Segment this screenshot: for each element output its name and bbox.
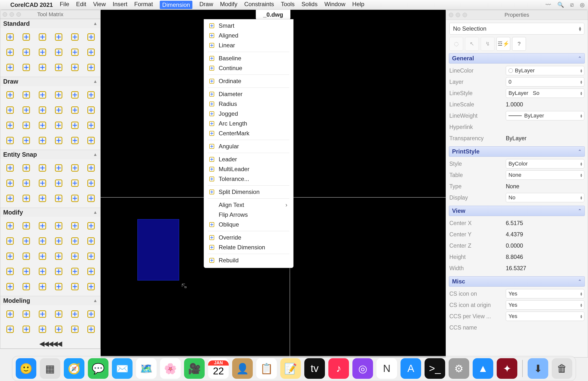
tool-button[interactable] xyxy=(52,30,65,44)
tool-button[interactable] xyxy=(36,219,49,233)
tool-button[interactable] xyxy=(19,60,33,74)
tool-button[interactable] xyxy=(3,45,17,59)
props-group-head[interactable]: PrintStyle⌃ xyxy=(449,146,585,157)
tool-button[interactable] xyxy=(84,234,98,248)
tool-button[interactable] xyxy=(68,30,82,44)
window-traffic-lights[interactable] xyxy=(3,12,21,17)
tool-button[interactable] xyxy=(68,219,82,233)
dock-app-safari[interactable]: 🧭 xyxy=(64,358,84,379)
property-select[interactable]: Yes▴▾ xyxy=(506,312,584,321)
tool-button[interactable] xyxy=(84,161,98,175)
menu-item-ordinate[interactable]: Ordinate xyxy=(204,76,293,86)
tool-button[interactable] xyxy=(3,191,17,205)
menu-item-linear[interactable]: Linear xyxy=(204,40,293,50)
tool-button[interactable] xyxy=(36,161,49,175)
tool-button[interactable] xyxy=(52,323,65,336)
selection-picker[interactable]: No Selection ▴▾ xyxy=(449,23,584,35)
tool-button[interactable] xyxy=(52,280,65,293)
tm-section-head[interactable]: Modeling▲ xyxy=(0,296,100,305)
menu-item-split-dimension[interactable]: Split Dimension xyxy=(204,187,293,197)
dock-app-notes[interactable]: 📝 xyxy=(280,358,301,379)
dock-app-calendar[interactable]: JAN22 xyxy=(208,358,229,379)
tool-button[interactable] xyxy=(52,249,65,263)
menu-item-flip-arrows[interactable]: Flip Arrows xyxy=(204,210,293,220)
property-select[interactable]: Yes▴▾ xyxy=(506,289,584,298)
tool-button[interactable] xyxy=(52,307,65,321)
tool-button[interactable] xyxy=(68,88,82,102)
tool-button[interactable] xyxy=(19,118,33,132)
tool-button[interactable] xyxy=(19,249,33,263)
property-value[interactable]: 4.4379 xyxy=(506,231,584,238)
tool-button[interactable] xyxy=(68,191,82,205)
dock-app-news[interactable]: N xyxy=(377,358,397,379)
dock-app-messages[interactable]: 💬 xyxy=(88,358,108,379)
dock-app-mail[interactable]: ✉️ xyxy=(112,358,132,379)
tool-button[interactable] xyxy=(36,103,49,117)
tool-button[interactable] xyxy=(3,234,17,248)
tool-button[interactable] xyxy=(84,30,98,44)
dock-app-terminal[interactable]: >_ xyxy=(424,358,445,379)
tool-button[interactable] xyxy=(36,234,49,248)
tool-button[interactable] xyxy=(68,133,82,147)
tool-button[interactable] xyxy=(52,103,65,117)
tool-button[interactable] xyxy=(3,161,17,175)
tool-button[interactable] xyxy=(84,280,98,293)
tool-button[interactable] xyxy=(84,118,98,132)
props-group-head[interactable]: View⌃ xyxy=(449,206,585,216)
tool-button[interactable] xyxy=(68,265,82,278)
tool-button[interactable] xyxy=(84,88,98,102)
tool-button[interactable] xyxy=(3,103,17,117)
dock-app-facetime[interactable]: 🎥 xyxy=(184,358,205,379)
tool-button[interactable] xyxy=(3,133,17,147)
tool-button[interactable] xyxy=(19,30,33,44)
dock-app-settings[interactable]: ⚙ xyxy=(449,358,469,379)
window-traffic-lights[interactable] xyxy=(449,13,467,17)
tool-button[interactable] xyxy=(68,280,82,293)
menu-item-centermark[interactable]: CenterMark xyxy=(204,129,293,138)
property-select[interactable]: ByLayer So▴▾ xyxy=(506,89,584,98)
spotlight-icon[interactable]: 🔍 xyxy=(557,2,564,8)
menu-modify[interactable]: Modify xyxy=(220,1,237,9)
dock-app-podcasts[interactable]: ◎ xyxy=(352,358,373,379)
dock-app-photos[interactable]: 🌸 xyxy=(160,358,181,379)
tool-button[interactable] xyxy=(84,45,98,59)
tool-button[interactable] xyxy=(84,265,98,278)
tool-button[interactable] xyxy=(3,118,17,132)
menu-item-baseline[interactable]: Baseline xyxy=(204,54,293,63)
tool-button[interactable] xyxy=(19,265,33,278)
tool-button[interactable] xyxy=(19,161,33,175)
tool-button[interactable] xyxy=(68,176,82,190)
dock-app-trash[interactable]: 🗑 xyxy=(552,358,572,379)
tool-button[interactable] xyxy=(52,133,65,147)
tool-button[interactable] xyxy=(84,191,98,205)
property-value[interactable]: 1.0000 xyxy=(506,101,584,108)
tool-button[interactable] xyxy=(36,45,49,59)
tool-button[interactable] xyxy=(84,219,98,233)
tm-section-head[interactable]: Entity Snap▲ xyxy=(0,150,100,159)
tool-button[interactable] xyxy=(68,307,82,321)
tool-button[interactable] xyxy=(3,60,17,74)
tool-button[interactable] xyxy=(19,280,33,293)
props-tool-list[interactable]: ☲⚡ xyxy=(496,37,510,51)
tool-button[interactable] xyxy=(3,307,17,321)
menu-item-arc-length[interactable]: Arc Length xyxy=(204,119,293,129)
property-value[interactable]: 16.5327 xyxy=(506,265,584,272)
menu-solids[interactable]: Solids xyxy=(302,1,317,9)
tool-button[interactable] xyxy=(3,88,17,102)
property-select[interactable]: ByLayer▴▾ xyxy=(506,111,584,120)
tool-button[interactable] xyxy=(3,265,17,278)
dock-app-launchpad[interactable]: ▦ xyxy=(40,358,60,379)
tool-button[interactable] xyxy=(52,219,65,233)
menu-item-leader[interactable]: Leader xyxy=(204,154,293,164)
menu-item-continue[interactable]: Continue xyxy=(204,63,293,73)
tool-button[interactable] xyxy=(36,307,49,321)
tm-section-head[interactable]: Draw▲ xyxy=(0,77,100,86)
menu-insert[interactable]: Insert xyxy=(113,1,127,9)
menu-item-aligned[interactable]: Aligned xyxy=(204,31,293,40)
tool-button[interactable] xyxy=(52,60,65,74)
tool-button[interactable] xyxy=(68,161,82,175)
tool-button[interactable] xyxy=(84,176,98,190)
tool-button[interactable] xyxy=(19,133,33,147)
tool-button[interactable] xyxy=(19,191,33,205)
menu-view[interactable]: View xyxy=(93,1,106,9)
